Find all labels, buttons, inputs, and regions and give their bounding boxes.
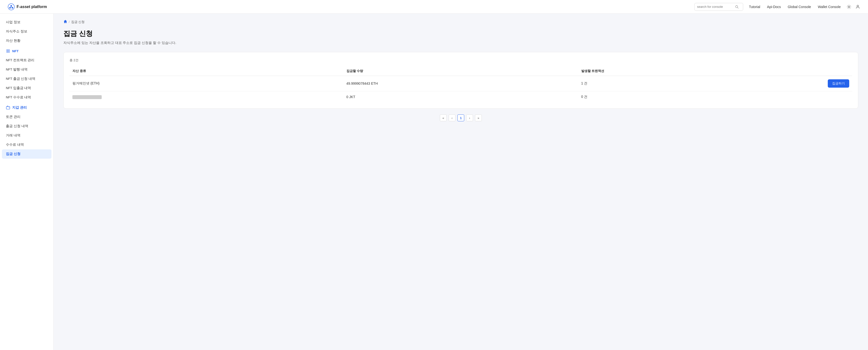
header-icons: [846, 4, 860, 9]
nft-section-icon: [6, 49, 10, 53]
action-row1[interactable]: 집금하기: [774, 76, 852, 91]
header-nav: Tutorial Api-Docs Global Console Wallet …: [749, 5, 841, 9]
amount-row1: 49.9999078443 ETH: [344, 76, 578, 91]
pagination-current-page: 1: [457, 114, 464, 121]
sidebar: 사업 정보 자식주소 정보 자산 현황 NFT NFT 컨트랙트 관리 NFT …: [0, 14, 54, 350]
wallet-section-icon: [6, 106, 10, 110]
th-amount: 집금할 수량: [344, 66, 578, 76]
deposit-card: 총 2건 자산 종류 집금할 수량 발생할 트랜잭션 핑거메인넷 (ETH) 4…: [63, 52, 858, 109]
search-box[interactable]: [694, 3, 743, 11]
svg-line-16: [847, 8, 848, 8]
sidebar-item-withdraw-history[interactable]: 출금 신청 내역: [0, 121, 53, 131]
total-count: 총 2건: [69, 58, 852, 62]
sidebar-section-nft: NFT: [0, 47, 53, 56]
action-row2: [774, 91, 852, 103]
main-content: / 집금 신청 집금 신청 자식주소에 있는 자산을 조회하고 대표 주소로 집…: [54, 14, 868, 350]
breadcrumb: / 집금 신청: [63, 20, 858, 24]
logo-text: F-asset platform: [17, 5, 47, 9]
sidebar-item-token-mgmt[interactable]: 토큰 관리: [0, 112, 53, 121]
asset-name-row2: [69, 91, 344, 103]
deposit-table: 자산 종류 집금할 수량 발생할 트랜잭션 핑거메인넷 (ETH) 49.999…: [69, 66, 852, 103]
logo: F-asset platform: [8, 3, 47, 10]
user-profile-icon[interactable]: [855, 4, 860, 9]
nav-api-docs[interactable]: Api-Docs: [767, 5, 781, 9]
sidebar-item-business-info[interactable]: 사업 정보: [0, 18, 53, 27]
nav-wallet-console[interactable]: Wallet Console: [818, 5, 841, 9]
layout: 사업 정보 자식주소 정보 자산 현황 NFT NFT 컨트랙트 관리 NFT …: [0, 14, 868, 350]
logo-icon: [8, 3, 14, 10]
sidebar-item-nft-contract[interactable]: NFT 컨트랙트 관리: [0, 56, 53, 65]
tx-count-row2: 0 건: [578, 91, 774, 103]
pagination-last[interactable]: »: [475, 114, 482, 121]
breadcrumb-separator: /: [69, 20, 70, 24]
svg-line-8: [737, 7, 738, 8]
pagination-prev[interactable]: ‹: [448, 114, 456, 121]
svg-point-0: [8, 4, 14, 10]
theme-toggle-icon[interactable]: [846, 4, 851, 9]
search-input[interactable]: [697, 5, 734, 8]
page-title: 집금 신청: [63, 29, 858, 38]
breadcrumb-current: 집금 신청: [71, 20, 85, 24]
svg-rect-19: [7, 50, 8, 51]
tx-count-row1: 1 건: [578, 76, 774, 91]
sidebar-item-deposit-request[interactable]: 집금 신청: [2, 149, 52, 159]
amount-row2: 0 JKT: [344, 91, 578, 103]
table-row: 핑거메인넷 (ETH) 49.9999078443 ETH 1 건 집금하기: [69, 76, 852, 91]
pagination-next[interactable]: ›: [466, 114, 473, 121]
sidebar-item-nft-inout[interactable]: NFT 입출금 내역: [0, 84, 53, 93]
svg-rect-20: [8, 50, 9, 51]
sidebar-item-asset-status[interactable]: 자산 현황: [0, 36, 53, 46]
svg-rect-21: [7, 51, 8, 53]
svg-line-14: [847, 5, 848, 6]
nav-tutorial[interactable]: Tutorial: [749, 5, 760, 9]
sidebar-item-nft-withdraw[interactable]: NFT 출금 신청 내역: [0, 74, 53, 84]
sidebar-item-nft-fee[interactable]: NFT 수수료 내역: [0, 93, 53, 102]
home-icon: [63, 20, 67, 23]
sidebar-section-wallet: 지갑 관리: [0, 103, 53, 112]
svg-point-9: [848, 6, 850, 7]
header: F-asset platform Tutorial Api-Docs Globa…: [0, 0, 868, 14]
svg-point-18: [857, 5, 859, 7]
asset-name-row1: 핑거메인넷 (ETH): [69, 76, 344, 91]
svg-rect-23: [6, 107, 10, 109]
sidebar-item-nft-issuance[interactable]: NFT 발행 내역: [0, 65, 53, 74]
nav-global-console[interactable]: Global Console: [788, 5, 811, 9]
blurred-asset-name: [72, 95, 102, 99]
sidebar-item-tx-history[interactable]: 거래 내역: [0, 131, 53, 140]
th-action: [774, 66, 852, 76]
table-row: 0 JKT 0 건: [69, 91, 852, 103]
breadcrumb-home[interactable]: [63, 20, 67, 24]
th-transactions: 발생할 트랜잭션: [578, 66, 774, 76]
sidebar-item-child-address[interactable]: 자식주소 정보: [0, 27, 53, 36]
svg-rect-22: [8, 51, 9, 53]
svg-line-15: [850, 8, 850, 8]
pagination-first[interactable]: «: [440, 114, 447, 121]
sidebar-item-fee-history[interactable]: 수수료 내역: [0, 140, 53, 149]
th-asset-type: 자산 종류: [69, 66, 344, 76]
search-icon: [735, 5, 739, 8]
pagination: « ‹ 1 › »: [63, 114, 858, 121]
svg-line-17: [850, 5, 850, 6]
page-description: 자식주소에 있는 자산을 조회하고 대표 주소로 집금 신청을 할 수 있습니다…: [63, 41, 858, 45]
deposit-button-row1[interactable]: 집금하기: [828, 79, 849, 88]
